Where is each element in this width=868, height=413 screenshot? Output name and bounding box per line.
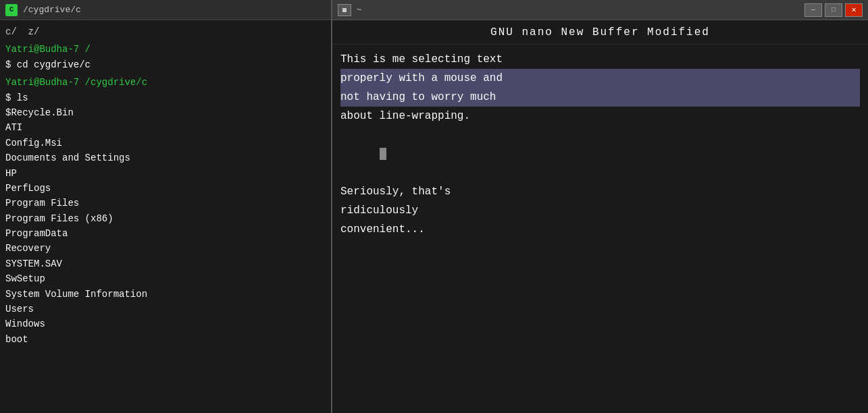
command-1: $ cd cygdrive/c [5,57,326,72]
minimize-button[interactable]: — [805,3,822,17]
file-recycle: $Recycle.Bin [5,105,326,120]
left-titlebar: C /cygdrive/c [0,0,331,20]
nano-header-bar: GNU nano New Buffer Modified [332,20,868,45]
terminal-icon [338,4,351,16]
file-recovery: Recovery [5,241,326,256]
file-programfiles: Program Files [5,196,326,211]
file-programfiles86: Program Files (x86) [5,211,326,226]
right-titlebar: ~ — □ ✕ [332,0,868,20]
cygwin-icon: C [5,4,18,16]
right-title-text: ~ [357,5,805,15]
nano-header-text: GNU nano New Buffer Modified [490,26,710,38]
file-systemsav: SYSTEM.SAV [5,256,326,271]
file-hp: HP [5,166,326,181]
command-2: $ ls [5,90,326,105]
file-ati: ATI [5,120,326,135]
maximize-button[interactable]: □ [825,3,842,17]
nano-line-4: about line-wrapping. [340,107,860,126]
path-display: c/ z/ [5,24,326,39]
file-users: Users [5,302,326,316]
file-boot: boot [5,332,326,347]
nano-line-3: not having to worry much [340,88,860,107]
nano-line-5 [340,126,860,182]
right-nano-panel[interactable]: ~ — □ ✕ GNU nano New Buffer Modified Thi… [331,0,868,413]
nano-line-2: properly with a mouse and [340,69,860,88]
file-windows: Windows [5,316,326,331]
left-title-text: /cygdrive/c [23,5,81,15]
left-terminal-content: c/ z/ Yatri@Budha-7 / $ cd cygdrive/c Ya… [0,20,331,413]
file-perflogs: PerfLogs [5,181,326,196]
file-configmsi: Config.Msi [5,136,326,150]
nano-editor-content[interactable]: This is me selecting text properly with … [332,45,868,413]
prompt-1: Yatri@Budha-7 / [5,42,326,57]
file-sysvolinfo: System Volume Information [5,287,326,302]
file-docset: Documents and Settings [5,150,326,165]
nano-line-8: convenient... [340,220,860,239]
file-programdata: ProgramData [5,226,326,241]
prompt-2: Yatri@Budha-7 /cygdrive/c [5,75,326,90]
nano-line-1: This is me selecting text [340,50,860,69]
cursor [380,148,386,160]
close-button[interactable]: ✕ [845,3,863,17]
nano-line-6: Seriously, that's [340,182,860,201]
file-swsetup: SwSetup [5,271,326,286]
window-controls: — □ ✕ [805,3,863,17]
nano-line-7: ridiculously [340,201,860,220]
left-terminal-panel[interactable]: C /cygdrive/c c/ z/ Yatri@Budha-7 / $ cd… [0,0,331,413]
